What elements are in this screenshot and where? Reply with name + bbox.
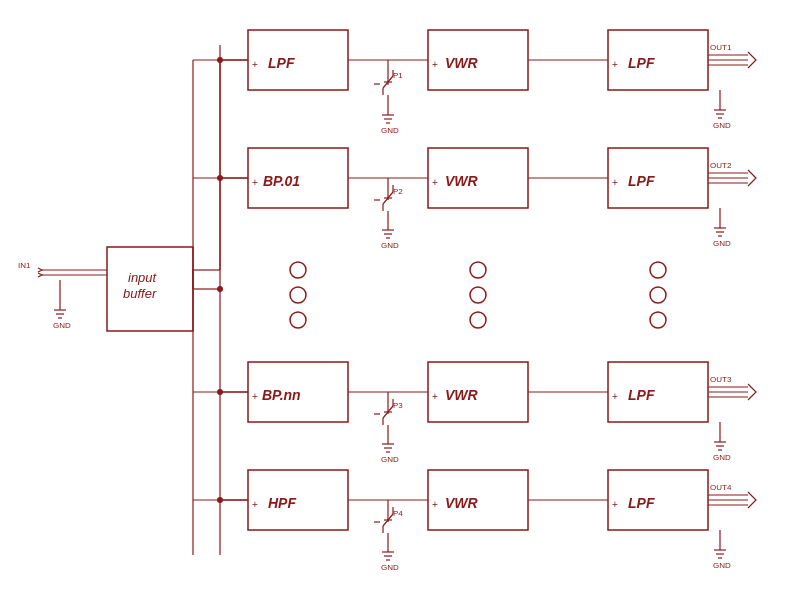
row2-bp01-plus: + <box>252 177 258 188</box>
row4-hpf-label: HPF <box>268 495 296 511</box>
row3-vwr-block <box>428 362 528 422</box>
svg-point-67 <box>650 262 666 278</box>
svg-point-69 <box>650 312 666 328</box>
input-buffer-label: input <box>128 270 158 285</box>
row4-hpf-plus: + <box>252 499 258 510</box>
row1-lpf2-plus: + <box>612 59 618 70</box>
row1-lpf2-block <box>608 30 708 90</box>
row1-lpf-block <box>248 30 348 90</box>
row1-lpf2-label: LPF <box>628 55 655 71</box>
row4-lpf-block <box>608 470 708 530</box>
row4-out-gnd-label: GND <box>713 561 731 570</box>
schematic-diagram: .schematic { stroke: #8B1A1A; fill: none… <box>0 0 807 616</box>
row2-vwr-block <box>428 148 528 208</box>
row4-transistor-label: P4 <box>393 509 403 518</box>
svg-line-24 <box>383 82 388 88</box>
row2-lpf-plus: + <box>612 177 618 188</box>
row3-lpf-plus: + <box>612 391 618 402</box>
row4-hpf-block <box>248 470 348 530</box>
row3-lpf-label: LPF <box>628 387 655 403</box>
svg-line-44 <box>383 198 388 204</box>
row3-bpnn-label: BP.nn <box>262 387 301 403</box>
svg-line-73 <box>383 412 388 418</box>
row4-vwr-block <box>428 470 528 530</box>
row1-vwr-label: VWR <box>445 55 479 71</box>
input-buffer-label2: buffer <box>123 286 157 301</box>
row2-vwr-plus: + <box>432 177 438 188</box>
svg-point-63 <box>290 312 306 328</box>
row4-lpf-label: LPF <box>628 495 655 511</box>
row3-vwr-label: VWR <box>445 387 479 403</box>
svg-line-93 <box>383 520 388 526</box>
row3-out-gnd-label: GND <box>713 453 731 462</box>
row2-lpf-block <box>608 148 708 208</box>
row1-vwr-plus: + <box>432 59 438 70</box>
row1-vwr-block <box>428 30 528 90</box>
svg-point-110 <box>217 57 223 63</box>
row1-out-gnd-label: GND <box>713 121 731 130</box>
row2-out-label: OUT2 <box>710 161 732 170</box>
row1-out-label: OUT1 <box>710 43 732 52</box>
svg-point-68 <box>650 287 666 303</box>
row2-bp01-label: BP.01 <box>263 173 300 189</box>
row4-vwr-label: VWR <box>445 495 479 511</box>
row4-gnd-label: GND <box>381 563 399 572</box>
row4-vwr-plus: + <box>432 499 438 510</box>
row3-out-label: OUT3 <box>710 375 732 384</box>
svg-point-64 <box>470 262 486 278</box>
row1-gnd-label: GND <box>381 126 399 135</box>
svg-point-62 <box>290 287 306 303</box>
row2-out-gnd-label: GND <box>713 239 731 248</box>
row3-transistor-label: P3 <box>393 401 403 410</box>
row2-transistor-label: P2 <box>393 187 403 196</box>
svg-point-66 <box>470 312 486 328</box>
row2-lpf-label: LPF <box>628 173 655 189</box>
in1-label: IN1 <box>18 261 31 270</box>
row1-lpf-plus: + <box>252 59 258 70</box>
row4-lpf-plus: + <box>612 499 618 510</box>
row3-gnd-label: GND <box>381 455 399 464</box>
svg-point-61 <box>290 262 306 278</box>
svg-point-113 <box>217 497 223 503</box>
svg-point-112 <box>217 389 223 395</box>
row3-vwr-plus: + <box>432 391 438 402</box>
svg-point-65 <box>470 287 486 303</box>
row1-transistor-label: P1 <box>393 71 403 80</box>
row2-gnd-label: GND <box>381 241 399 250</box>
input-gnd-label: GND <box>53 321 71 330</box>
svg-point-111 <box>217 175 223 181</box>
row1-lpf-label: LPF <box>268 55 295 71</box>
row2-vwr-label: VWR <box>445 173 479 189</box>
row4-out-label: OUT4 <box>710 483 732 492</box>
row3-bpnn-plus: + <box>252 391 258 402</box>
row3-lpf-block <box>608 362 708 422</box>
svg-point-114 <box>217 286 223 292</box>
